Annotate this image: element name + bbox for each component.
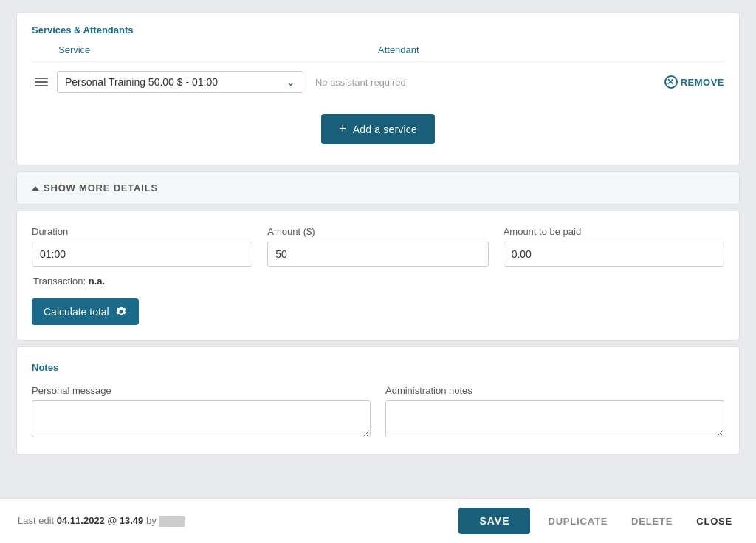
personal-message-group: Personal message xyxy=(32,385,371,440)
service-row: Personal Training 50.00 $ - 01:00 ⌄ No a… xyxy=(32,61,724,102)
personal-message-input[interactable] xyxy=(32,400,371,437)
duplicate-button[interactable]: DUPLICATE xyxy=(542,508,614,534)
duration-field-group: Duration xyxy=(32,226,252,267)
user-avatar xyxy=(159,516,185,527)
delete-button[interactable]: DELETE xyxy=(625,508,678,534)
admin-notes-input[interactable] xyxy=(385,400,724,437)
save-button[interactable]: SAVE xyxy=(458,508,530,534)
transaction-prefix: Transaction: xyxy=(33,276,86,287)
duration-label: Duration xyxy=(32,226,252,237)
services-header: Service Attendant xyxy=(32,44,724,61)
footer-bar: Last edit 04.11.2022 @ 13.49 by SAVE DUP… xyxy=(0,498,756,543)
transaction-value: n.a. xyxy=(89,276,105,287)
last-edit: Last edit 04.11.2022 @ 13.49 by xyxy=(18,515,458,527)
close-button[interactable]: CLOSE xyxy=(690,508,738,534)
amount-input[interactable] xyxy=(267,242,488,267)
notes-title: Notes xyxy=(32,362,724,373)
show-more-button[interactable]: SHOW MORE DETAILS xyxy=(32,182,158,194)
footer-actions: SAVE DUPLICATE DELETE CLOSE xyxy=(458,508,738,534)
last-edit-date: 04.11.2022 @ 13.49 xyxy=(57,515,144,526)
service-select[interactable]: Personal Training 50.00 $ - 01:00 ⌄ xyxy=(57,71,303,93)
service-col-header: Service xyxy=(32,44,378,55)
gear-icon xyxy=(115,306,127,318)
show-more-section: SHOW MORE DETAILS xyxy=(16,171,740,205)
calculate-button[interactable]: Calculate total xyxy=(32,298,139,325)
notes-fields: Personal message Administration notes xyxy=(32,385,724,440)
admin-notes-label: Administration notes xyxy=(385,385,724,396)
chevron-up-icon xyxy=(32,186,39,191)
chevron-down-icon: ⌄ xyxy=(286,76,295,88)
add-service-row: + Add a service xyxy=(32,102,724,150)
amount-label: Amount ($) xyxy=(267,226,488,237)
notes-card: Notes Personal message Administration no… xyxy=(16,346,740,455)
last-edit-by: by xyxy=(146,515,157,526)
remove-icon: ✕ xyxy=(664,75,678,89)
last-edit-prefix: Last edit xyxy=(18,515,54,526)
duration-input[interactable] xyxy=(32,242,252,267)
details-card: Duration Amount ($) Amount to be paid Tr… xyxy=(16,211,740,341)
add-service-button[interactable]: + Add a service xyxy=(321,114,435,144)
transaction-row: Transaction: n.a. xyxy=(32,276,724,287)
amount-paid-field-group: Amount to be paid xyxy=(504,226,724,267)
amount-paid-input[interactable] xyxy=(504,242,724,267)
services-title: Services & Attendants xyxy=(32,24,724,35)
service-name: Personal Training 50.00 $ - 01:00 xyxy=(65,76,281,88)
fields-row: Duration Amount ($) Amount to be paid xyxy=(32,226,724,267)
plus-icon: + xyxy=(339,121,347,137)
attendant-col-header: Attendant xyxy=(378,44,724,55)
services-attendants-section: Services & Attendants Service Attendant … xyxy=(16,12,740,165)
attendant-field: No assistant required xyxy=(309,77,406,88)
amount-field-group: Amount ($) xyxy=(267,226,488,267)
remove-button[interactable]: ✕ REMOVE xyxy=(664,75,724,89)
personal-message-label: Personal message xyxy=(32,385,371,396)
admin-notes-group: Administration notes xyxy=(385,385,724,440)
amount-paid-label: Amount to be paid xyxy=(504,226,724,237)
drag-handle[interactable] xyxy=(32,75,51,89)
